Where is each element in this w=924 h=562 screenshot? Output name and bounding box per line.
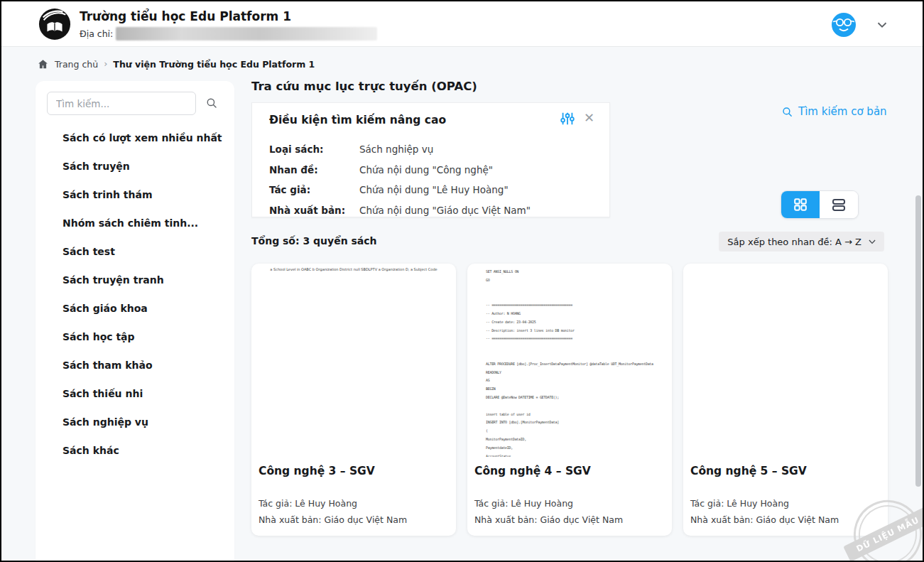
sidebar-item-professional[interactable]: Sách nghiệp vụ xyxy=(36,408,234,436)
chevron-down-icon[interactable] xyxy=(874,17,890,33)
book-title: Công nghệ 4 – SGV xyxy=(474,465,591,477)
book-author: Tác giả: Lê Huy Hoàng xyxy=(690,498,789,509)
sidebar-item-most-viewed[interactable]: Sách có lượt xem nhiều nhất xyxy=(36,124,234,152)
advanced-search-card: Điều kiện tìm kiếm nâng cao ✕ Loại sách:… xyxy=(251,102,610,217)
breadcrumb-separator-icon: › xyxy=(104,58,107,69)
breadcrumb-current: Thư viện Trường tiểu học Edu Platform 1 xyxy=(113,59,315,70)
grid-view-button[interactable] xyxy=(781,191,820,218)
total-results-text: Tổng số: 3 quyển sách xyxy=(251,235,377,247)
sort-dropdown[interactable]: Sắp xếp theo nhan đề: A → Z xyxy=(719,232,884,252)
book-cover-preview: SET ANSI_NULLS ON GO -- ================… xyxy=(467,265,672,457)
book-title: Công nghệ 3 – SGV xyxy=(259,465,375,477)
filter-sliders-icon[interactable] xyxy=(560,111,575,126)
book-card[interactable]: Công nghệ 5 – SGV Tác giả: Lê Huy Hoàng … xyxy=(683,264,888,536)
book-cover-preview: a School Level in OABC b Organization Di… xyxy=(251,265,456,457)
condition-row-publisher: Nhà xuất bản: Chứa nội dung "Giáo dục Vi… xyxy=(269,200,596,221)
breadcrumb: Trang chủ › Thư viện Trường tiểu học Edu… xyxy=(37,48,315,80)
condition-row-author: Tác giả: Chứa nội dung "Lê Huy Hoàng" xyxy=(269,180,596,200)
sidebar-item-reference[interactable]: Sách tham khảo xyxy=(36,351,234,379)
book-card[interactable]: a School Level in OABC b Organization Di… xyxy=(251,264,456,536)
list-view-button[interactable] xyxy=(820,191,858,218)
advanced-search-conditions: Loại sách: Sách nghiệp vụ Nhan đề: Chứa … xyxy=(269,139,596,220)
search-icon xyxy=(781,106,793,118)
close-icon[interactable]: ✕ xyxy=(584,109,594,126)
app-header: Trường tiểu học Edu Platform 1 Địa chỉ: xyxy=(1,1,923,47)
sidebar-item-story[interactable]: Sách truyện xyxy=(36,152,234,180)
sidebar-search-icon[interactable] xyxy=(205,97,218,109)
book-author: Tác giả: Lê Huy Hoàng xyxy=(259,498,357,509)
condition-row-title: Nhan đề: Chứa nội dung "Công nghệ" xyxy=(269,160,596,180)
sidebar: Sách có lượt xem nhiều nhất Sách truyện … xyxy=(36,81,234,562)
book-card[interactable]: SET ANSI_NULLS ON GO -- ================… xyxy=(467,264,672,536)
sidebar-item-detective[interactable]: Sách trinh thám xyxy=(36,180,234,209)
sidebar-search-input[interactable] xyxy=(47,92,196,115)
user-avatar[interactable] xyxy=(832,13,856,37)
opac-page: Trường tiểu học Edu Platform 1 Địa chỉ: … xyxy=(0,0,924,562)
sidebar-category-list: Sách có lượt xem nhiều nhất Sách truyện … xyxy=(36,124,234,465)
book-publisher: Nhà xuất bản: Giáo dục Việt Nam xyxy=(259,514,407,525)
book-publisher: Nhà xuất bản: Giáo dục Việt Nam xyxy=(474,514,623,525)
scrollbar-thumb[interactable] xyxy=(915,195,921,487)
condition-row-book-type: Loại sách: Sách nghiệp vụ xyxy=(269,139,596,160)
basic-search-link[interactable]: Tìm kiếm cơ bản xyxy=(781,105,887,118)
sidebar-item-other[interactable]: Sách khác xyxy=(36,436,234,465)
book-title: Công nghệ 5 – SGV xyxy=(690,465,807,477)
sidebar-item-comics[interactable]: Sách truyện tranh xyxy=(36,266,234,294)
address-redacted xyxy=(116,27,377,40)
address-label: Địa chỉ: xyxy=(80,28,113,39)
view-mode-toggle xyxy=(781,190,859,219)
school-logo-icon xyxy=(38,8,71,40)
sort-label: Sắp xếp theo nhan đề: A → Z xyxy=(727,237,862,247)
sidebar-item-study[interactable]: Sách học tập xyxy=(36,323,234,351)
book-cover-preview xyxy=(683,265,888,457)
page-title: Tra cứu mục lục trực tuyến (OPAC) xyxy=(251,80,477,93)
list-icon xyxy=(830,196,847,213)
chevron-down-icon xyxy=(867,237,877,247)
book-publisher: Nhà xuất bản: Giáo dục Việt Nam xyxy=(690,514,839,525)
sidebar-item-children[interactable]: Sách thiếu nhi xyxy=(36,379,234,408)
sidebar-item-astrology[interactable]: Nhóm sách chiêm tinh... xyxy=(36,209,234,237)
breadcrumb-home-link[interactable]: Trang chủ xyxy=(55,59,98,70)
advanced-search-title: Điều kiện tìm kiếm nâng cao xyxy=(269,114,446,126)
home-icon[interactable] xyxy=(37,58,49,70)
grid-icon xyxy=(793,197,808,212)
book-author: Tác giả: Lê Huy Hoàng xyxy=(474,498,573,509)
sidebar-item-textbook[interactable]: Sách giáo khoa xyxy=(36,294,234,323)
school-name: Trường tiểu học Edu Platform 1 xyxy=(80,9,291,23)
sidebar-item-test[interactable]: Sách test xyxy=(36,237,234,266)
